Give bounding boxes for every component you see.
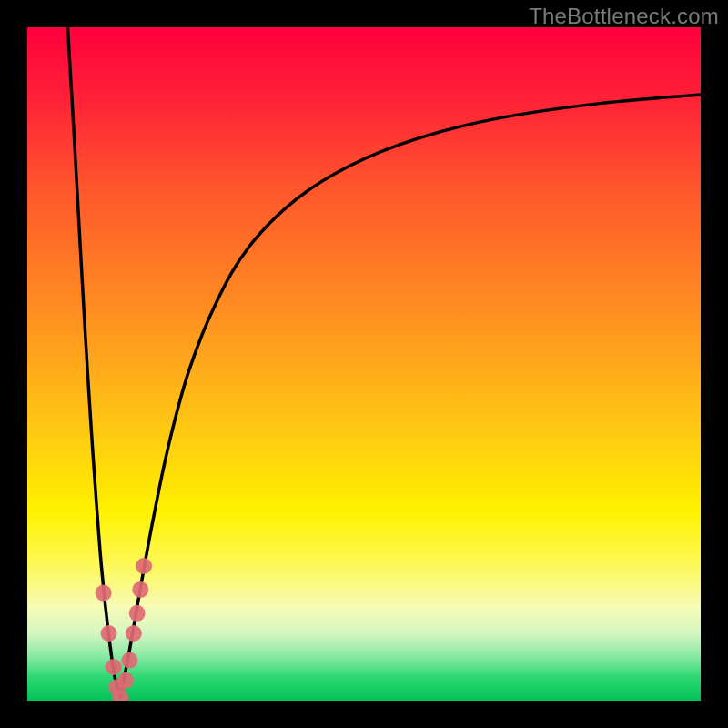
highlight-marker	[101, 625, 117, 642]
highlight-marker	[121, 652, 137, 669]
chart-frame: TheBottleneck.com	[0, 0, 728, 728]
highlight-marker	[129, 605, 146, 622]
curve-left-branch	[67, 27, 120, 697]
curve-right-branch	[120, 95, 701, 697]
highlight-marker	[106, 659, 122, 675]
plot-area	[27, 27, 701, 701]
curve-layer	[27, 27, 701, 701]
highlight-marker	[136, 558, 152, 574]
highlight-marker	[117, 672, 134, 689]
highlight-marker	[126, 625, 142, 642]
highlight-marker	[96, 585, 112, 602]
attribution-watermark: TheBottleneck.com	[529, 4, 719, 29]
highlight-marker	[132, 581, 148, 598]
